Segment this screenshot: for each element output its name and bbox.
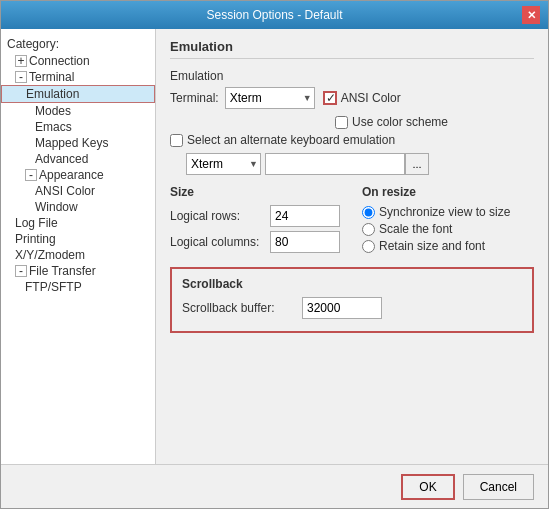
logical-rows-row: Logical rows: 24 <box>170 205 342 227</box>
sidebar-item-printing[interactable]: Printing <box>1 231 155 247</box>
scrollback-buffer-label: Scrollback buffer: <box>182 301 302 315</box>
scale-font-row: Scale the font <box>362 222 534 236</box>
ansi-color-checkbox[interactable] <box>323 91 337 105</box>
alt-keyboard-dropdown-wrap: Xterm VT100 ▼ <box>186 153 261 175</box>
sidebar-item-label: Log File <box>15 216 58 230</box>
sidebar-item-file-transfer[interactable]: - File Transfer <box>1 263 155 279</box>
alt-keyboard-text[interactable] <box>265 153 405 175</box>
expand-icon: - <box>15 265 27 277</box>
sidebar-item-label: Terminal <box>29 70 74 84</box>
expand-icon: - <box>15 71 27 83</box>
category-label: Category: <box>1 35 155 53</box>
sidebar-item-label: Window <box>35 200 78 214</box>
titlebar: Session Options - Default ✕ <box>1 1 548 29</box>
on-resize-group-label: On resize <box>362 185 534 199</box>
main-panel: Emulation Emulation Terminal: Xterm VT10… <box>156 29 548 464</box>
logical-columns-input[interactable]: 80 <box>270 231 340 253</box>
window-title: Session Options - Default <box>27 8 522 22</box>
sidebar-item-terminal[interactable]: - Terminal <box>1 69 155 85</box>
use-color-scheme-checkbox[interactable] <box>335 116 348 129</box>
terminal-dropdown-wrap: Xterm VT100 VT220 ANSI Linux ▼ <box>225 87 315 109</box>
logical-rows-label: Logical rows: <box>170 209 270 223</box>
use-color-scheme-row: Use color scheme <box>335 115 534 129</box>
sidebar-item-ftp-sftp[interactable]: FTP/SFTP <box>1 279 155 295</box>
section-title: Emulation <box>170 39 534 59</box>
footer: OK Cancel <box>1 464 548 508</box>
retain-size-label: Retain size and font <box>379 239 485 253</box>
resize-column: On resize Synchronize view to size Scale… <box>362 185 534 257</box>
terminal-dropdown[interactable]: Xterm VT100 VT220 ANSI Linux <box>225 87 315 109</box>
size-group-label: Size <box>170 185 342 199</box>
sync-view-label: Synchronize view to size <box>379 205 510 219</box>
scale-font-label: Scale the font <box>379 222 452 236</box>
sidebar-item-label: Emulation <box>26 87 79 101</box>
alt-keyboard-checkbox[interactable] <box>170 134 183 147</box>
scale-font-radio[interactable] <box>362 223 375 236</box>
sidebar-item-label: ANSI Color <box>35 184 95 198</box>
sync-view-row: Synchronize view to size <box>362 205 534 219</box>
sidebar-item-emacs[interactable]: Emacs <box>1 119 155 135</box>
use-color-scheme-label: Use color scheme <box>352 115 448 129</box>
browse-button[interactable]: ... <box>405 153 429 175</box>
scrollback-buffer-input[interactable]: 32000 <box>302 297 382 319</box>
scrollback-box: Scrollback Scrollback buffer: 32000 <box>170 267 534 333</box>
content-area: Category: + Connection - Terminal Emulat… <box>1 29 548 464</box>
sidebar-item-modes[interactable]: Modes <box>1 103 155 119</box>
sidebar-item-xy-zmodem[interactable]: X/Y/Zmodem <box>1 247 155 263</box>
sidebar-item-label: Appearance <box>39 168 104 182</box>
sidebar-item-label: Printing <box>15 232 56 246</box>
radio-group: Synchronize view to size Scale the font … <box>362 205 534 253</box>
cancel-button[interactable]: Cancel <box>463 474 534 500</box>
logical-columns-label: Logical columns: <box>170 235 270 249</box>
close-button[interactable]: ✕ <box>522 6 540 24</box>
sidebar-item-label: File Transfer <box>29 264 96 278</box>
sidebar-item-label: Connection <box>29 54 90 68</box>
retain-size-radio[interactable] <box>362 240 375 253</box>
sidebar-item-label: X/Y/Zmodem <box>15 248 85 262</box>
sidebar-item-emulation[interactable]: Emulation <box>1 85 155 103</box>
sidebar-item-advanced[interactable]: Advanced <box>1 151 155 167</box>
alt-keyboard-row: Select an alternate keyboard emulation <box>170 133 534 147</box>
sidebar-item-mapped-keys[interactable]: Mapped Keys <box>1 135 155 151</box>
sidebar-item-log-file[interactable]: Log File <box>1 215 155 231</box>
terminal-row: Terminal: Xterm VT100 VT220 ANSI Linux ▼… <box>170 87 534 109</box>
two-columns: Size Logical rows: 24 Logical columns: 8… <box>170 185 534 257</box>
main-window: Session Options - Default ✕ Category: + … <box>0 0 549 509</box>
logical-columns-row: Logical columns: 80 <box>170 231 342 253</box>
sidebar-item-ansi-color[interactable]: ANSI Color <box>1 183 155 199</box>
terminal-label: Terminal: <box>170 91 219 105</box>
ok-button[interactable]: OK <box>401 474 454 500</box>
size-column: Size Logical rows: 24 Logical columns: 8… <box>170 185 342 257</box>
sync-view-radio[interactable] <box>362 206 375 219</box>
sidebar-item-window[interactable]: Window <box>1 199 155 215</box>
sidebar-item-label: Emacs <box>35 120 72 134</box>
emulation-group-label: Emulation <box>170 69 534 83</box>
alt-keyboard-dropdown[interactable]: Xterm VT100 <box>186 153 261 175</box>
sidebar-item-label: Modes <box>35 104 71 118</box>
alt-keyboard-dropdown-row: Xterm VT100 ▼ ... <box>186 153 534 175</box>
expand-icon: - <box>25 169 37 181</box>
sidebar-item-connection[interactable]: + Connection <box>1 53 155 69</box>
scrollback-title: Scrollback <box>182 277 522 291</box>
expand-icon: + <box>15 55 27 67</box>
ansi-color-label: ANSI Color <box>341 91 401 105</box>
sidebar-item-label: FTP/SFTP <box>25 280 82 294</box>
alt-keyboard-label: Select an alternate keyboard emulation <box>187 133 395 147</box>
sidebar-item-appearance[interactable]: - Appearance <box>1 167 155 183</box>
retain-size-row: Retain size and font <box>362 239 534 253</box>
sidebar: Category: + Connection - Terminal Emulat… <box>1 29 156 464</box>
sidebar-item-label: Advanced <box>35 152 88 166</box>
sidebar-item-label: Mapped Keys <box>35 136 108 150</box>
logical-rows-input[interactable]: 24 <box>270 205 340 227</box>
scrollback-buffer-row: Scrollback buffer: 32000 <box>182 297 522 319</box>
